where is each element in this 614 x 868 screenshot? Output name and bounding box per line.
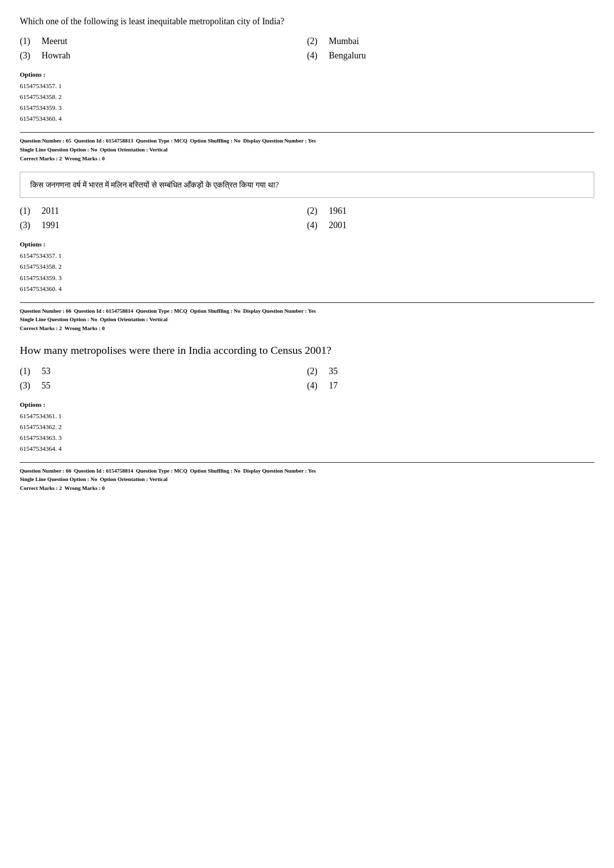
option-3-1: (1) 53 — [20, 366, 307, 377]
option-1-3: (3) Howrah — [20, 50, 307, 61]
option-2-4: (4) 2001 — [307, 220, 594, 231]
option-val: Meerut — [42, 36, 67, 47]
option-id: 61547534363. 3 — [20, 433, 594, 443]
option-3-2: (2) 35 — [307, 366, 594, 377]
option-num: (1) — [20, 366, 34, 377]
option-id: 61547534359. 3 — [20, 273, 594, 284]
option-num: (3) — [20, 220, 34, 231]
meta-marks-2: Correct Marks : 2 Wrong Marks : 0 — [20, 324, 594, 333]
option-3-3: (3) 55 — [20, 381, 307, 391]
option-val: Bengaluru — [329, 50, 366, 61]
question-1-meta: Question Number : 65 Question Id : 61547… — [20, 132, 594, 163]
option-num: (4) — [307, 50, 321, 61]
option-id: 61547534361. 1 — [20, 411, 594, 422]
options-label-3: Options : — [20, 401, 594, 409]
option-1-2: (2) Mumbai — [307, 36, 594, 47]
option-val: 1961 — [329, 206, 347, 216]
options-list-3: 61547534361. 1 61547534362. 2 6154753436… — [20, 411, 594, 454]
meta-marks-1: Correct Marks : 2 Wrong Marks : 0 — [20, 154, 594, 163]
options-label-1: Options : — [20, 71, 594, 79]
option-2-2: (2) 1961 — [307, 206, 594, 216]
option-id: 61547534358. 2 — [20, 261, 594, 272]
options-list-1: 61547534357. 1 61547534358. 2 6154753435… — [20, 81, 594, 124]
option-num: (1) — [20, 36, 34, 47]
option-val: Mumbai — [329, 36, 359, 47]
option-num: (3) — [20, 50, 34, 61]
option-id: 61547534364. 4 — [20, 443, 594, 454]
question-2-options: (1) 2011 (2) 1961 (3) 1991 (4) 2001 — [20, 206, 594, 231]
question-3-text: How many metropolises were there in Indi… — [20, 342, 594, 358]
option-id: 61547534357. 1 — [20, 81, 594, 92]
option-val: 55 — [42, 381, 51, 391]
option-val: 2001 — [329, 220, 347, 231]
option-num: (2) — [307, 206, 321, 216]
option-num: (2) — [307, 366, 321, 377]
option-id: 61547534357. 1 — [20, 250, 594, 261]
options-label-2: Options : — [20, 241, 594, 248]
option-2-1: (1) 2011 — [20, 206, 307, 216]
question-2-meta: Question Number : 66 Question Id : 61547… — [20, 302, 594, 333]
option-id: 61547534360. 4 — [20, 113, 594, 124]
question-2-text: किस जनगणना वर्ष में भारत में मलिन बस्तिय… — [20, 172, 594, 198]
meta-line-2: Single Line Question Option : No Option … — [20, 315, 594, 324]
question-3: How many metropolises were there in Indi… — [20, 342, 594, 493]
option-id: 61547534358. 2 — [20, 92, 594, 102]
option-2-3: (3) 1991 — [20, 220, 307, 231]
meta-line-1: Question Number : 66 Question Id : 61547… — [20, 307, 594, 316]
question-2: किस जनगणना वर्ष में भारत में मलिन बस्तिय… — [20, 172, 594, 333]
meta-line-1: Question Number : 66 Question Id : 61547… — [20, 467, 594, 476]
question-3-options: (1) 53 (2) 35 (3) 55 (4) 17 — [20, 366, 594, 391]
option-3-4: (4) 17 — [307, 381, 594, 391]
option-id: 61547534360. 4 — [20, 284, 594, 294]
option-val: 17 — [329, 381, 338, 391]
option-val: Howrah — [42, 50, 70, 61]
question-3-meta: Question Number : 66 Question Id : 61547… — [20, 462, 594, 493]
option-num: (1) — [20, 206, 34, 216]
meta-marks-3: Correct Marks : 2 Wrong Marks : 0 — [20, 484, 594, 493]
question-1-text: Which one of the following is least ineq… — [20, 15, 594, 28]
option-num: (4) — [307, 220, 321, 231]
meta-line-1: Question Number : 65 Question Id : 61547… — [20, 137, 594, 145]
option-1-4: (4) Bengaluru — [307, 50, 594, 61]
question-1: Which one of the following is least ineq… — [20, 15, 594, 163]
option-val: 1991 — [42, 220, 59, 231]
option-val: 35 — [329, 366, 338, 377]
option-id: 61547534362. 2 — [20, 422, 594, 433]
option-num: (4) — [307, 381, 321, 391]
meta-line-2: Single Line Question Option : No Option … — [20, 475, 594, 484]
option-val: 2011 — [42, 206, 59, 216]
options-list-2: 61547534357. 1 61547534358. 2 6154753435… — [20, 250, 594, 294]
option-1-1: (1) Meerut — [20, 36, 307, 47]
option-num: (2) — [307, 36, 321, 47]
option-val: 53 — [42, 366, 51, 377]
meta-line-2: Single Line Question Option : No Option … — [20, 145, 594, 154]
option-num: (3) — [20, 381, 34, 391]
question-1-options: (1) Meerut (2) Mumbai (3) Howrah (4) Ben… — [20, 36, 594, 61]
option-id: 61547534359. 3 — [20, 102, 594, 113]
